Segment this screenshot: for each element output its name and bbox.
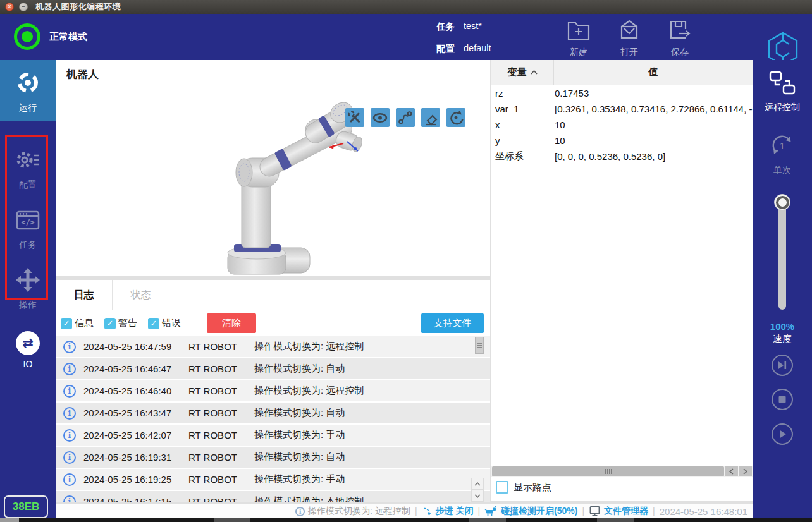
tab-log[interactable]: 日志 (56, 280, 113, 310)
log-row[interactable]: i 2024-05-25 16:42:07 RT ROBOT 操作模式切换为: … (56, 425, 490, 446)
sidebar-item-io[interactable]: ⇄ IO (0, 322, 56, 377)
path-icon-button[interactable] (396, 108, 415, 127)
scroll-up-icon[interactable] (471, 478, 484, 490)
info-icon: i (63, 341, 76, 353)
step-icon (422, 506, 433, 517)
tools-icon-button[interactable] (345, 108, 364, 127)
log-row[interactable]: i 2024-05-25 16:17:15 RT ROBOT 操作模式切换为: … (56, 491, 490, 502)
log-timestamp: 2024-05-25 16:19:25 (83, 474, 180, 485)
sidebar-item-run[interactable]: 运行 (0, 60, 56, 121)
log-message: 操作模式切换为: 手动 (254, 473, 345, 485)
filter-error-checkbox[interactable]: ✓ 错误 (148, 317, 181, 329)
info-icon: i (63, 385, 76, 398)
log-row[interactable]: i 2024-05-25 16:47:59 RT ROBOT 操作模式切换为: … (56, 336, 490, 357)
info-icon: i (63, 473, 76, 486)
info-icon: i (63, 429, 76, 442)
log-timestamp: 2024-05-25 16:47:59 (83, 341, 180, 352)
variable-row[interactable]: 坐标系 [0, 0, 0, 0.5236, 0.5236, 0] (491, 149, 753, 164)
variable-row[interactable]: var_1 [0.3261, 0.35348, 0.73416, 2.72866… (491, 101, 753, 117)
variables-header: 变量 值 (491, 60, 753, 85)
log-row[interactable]: i 2024-05-25 16:46:40 RT ROBOT 操作模式切换为: … (56, 380, 490, 401)
variable-value: [0.3261, 0.35348, 0.73416, 2.72866, 0.61… (555, 104, 753, 114)
file-manager-icon (589, 506, 601, 517)
info-icon: i (63, 495, 76, 503)
tab-status[interactable]: 状态 (113, 280, 169, 310)
variable-value: [0, 0, 0, 0.5236, 0.5236, 0] (555, 151, 753, 162)
clear-log-button[interactable]: 清除 (207, 313, 256, 333)
mode-label: 正常模式 (49, 31, 87, 43)
log-message: 操作模式切换为: 自动 (254, 363, 345, 375)
config-value: default (464, 43, 491, 55)
task-label: 任务 (436, 21, 455, 33)
show-waypoints-checkbox[interactable]: 显示路点 (496, 481, 551, 494)
io-swap-icon: ⇄ (16, 331, 40, 355)
sidebar-item-operate[interactable]: 操作 (0, 257, 56, 319)
sidebar-item-task[interactable]: </> 任务 (0, 197, 56, 258)
status-step-toggle[interactable]: 步进 关闭 (422, 506, 474, 517)
window-title: 机器人图形化编程环境 (35, 1, 121, 13)
remote-control-button[interactable]: 远程控制 (753, 69, 812, 113)
eye-icon-button[interactable] (371, 108, 390, 127)
variable-name: rz (491, 88, 555, 99)
single-run-button[interactable]: 1 单次 (753, 131, 812, 176)
new-button[interactable]: 新建 (558, 18, 599, 58)
status-badge[interactable]: 38EB (4, 495, 48, 518)
status-collision-toggle[interactable]: 碰撞检测开启(50%) (484, 506, 577, 517)
config-field: 配置 default (436, 43, 491, 55)
scroll-right-icon[interactable] (739, 466, 752, 476)
open-button[interactable]: 打开 (609, 18, 649, 58)
log-source: RT ROBOT (188, 474, 254, 485)
run-icon (14, 69, 42, 99)
variable-row[interactable]: rz 0.17453 (491, 85, 753, 101)
sidebar-item-config[interactable]: 配置 (0, 137, 56, 198)
speed-label: 速度 (753, 333, 812, 345)
filter-warning-checkbox[interactable]: ✓ 警告 (104, 317, 137, 329)
info-icon: i (63, 363, 76, 375)
window-minimize-button[interactable]: − (19, 3, 28, 11)
scroll-left-icon[interactable] (725, 466, 738, 476)
log-row[interactable]: i 2024-05-25 16:43:47 RT ROBOT 操作模式切换为: … (56, 403, 490, 423)
checkbox-checked-icon: ✓ (104, 318, 116, 329)
status-clock: 2024-05-25 16:48:01 (660, 506, 747, 517)
robot-3d-viewport[interactable]: + − (56, 88, 490, 276)
code-window-icon: </> (14, 206, 42, 236)
log-source: RT ROBOT (188, 408, 254, 418)
variables-table: rz 0.17453 var_1 [0.3261, 0.35348, 0.734… (491, 85, 753, 164)
stop-button[interactable] (772, 389, 793, 410)
log-source: RT ROBOT (188, 385, 254, 396)
step-forward-button[interactable] (772, 355, 793, 376)
variable-row[interactable]: x 10 (491, 117, 753, 133)
new-file-icon (565, 18, 592, 45)
log-message: 操作模式切换为: 远程控制 (254, 341, 364, 353)
status-file-manager[interactable]: 文件管理器 (589, 506, 648, 517)
window-close-button[interactable]: × (5, 3, 14, 11)
hscrollbar-thumb[interactable] (492, 466, 724, 476)
log-row[interactable]: i 2024-05-25 16:19:25 RT ROBOT 操作模式切换为: … (56, 469, 490, 490)
move-arrows-icon (14, 266, 42, 296)
variables-name-column-header[interactable]: 变量 (491, 60, 554, 85)
variable-row[interactable]: y 10 (491, 133, 753, 149)
remote-control-icon (768, 69, 797, 99)
variable-value: 10 (555, 135, 753, 146)
window-titlebar: × − 机器人图形化编程环境 (0, 0, 812, 14)
support-file-button[interactable]: 支持文件 (421, 313, 484, 333)
rotate-icon-button[interactable] (446, 108, 465, 127)
save-icon (667, 18, 693, 45)
robot-panel-header: 机器人 (56, 60, 490, 88)
log-scrollbar-thumb[interactable] (475, 337, 484, 354)
play-button[interactable] (772, 423, 793, 445)
variables-hscrollbar (491, 466, 753, 477)
filter-info-checkbox[interactable]: ✓ 信息 (61, 317, 94, 329)
save-button[interactable]: 保存 (660, 18, 700, 58)
status-bar: i 操作模式切换为: 远程控制 | 步进 关闭 | 碰撞检测开启(50%) | (56, 504, 753, 518)
log-filter-bar: ✓ 信息 ✓ 警告 ✓ 错误 清除 支持文件 (56, 310, 490, 336)
eraser-icon-button[interactable] (421, 108, 440, 127)
log-row[interactable]: i 2024-05-25 16:46:47 RT ROBOT 操作模式切换为: … (56, 358, 490, 379)
log-source: RT ROBOT (188, 341, 254, 352)
log-source: RT ROBOT (188, 452, 254, 463)
log-source: RT ROBOT (188, 363, 254, 374)
log-row[interactable]: i 2024-05-25 16:19:31 RT ROBOT 操作模式切换为: … (56, 447, 490, 468)
scroll-down-icon[interactable] (471, 490, 484, 502)
speed-slider-handle[interactable] (774, 194, 790, 210)
speed-slider-track[interactable] (778, 201, 786, 310)
